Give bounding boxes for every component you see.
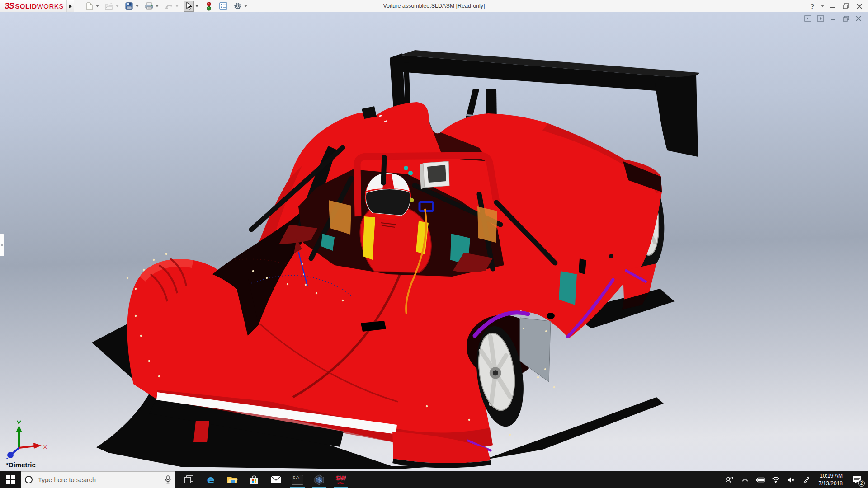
print-button[interactable] [144,1,154,12]
open-folder-icon [105,3,113,10]
speaker-icon [787,477,795,483]
options-gear-button[interactable] [233,1,243,12]
undo-caret[interactable] [175,1,179,12]
new-document-button[interactable] [85,1,94,12]
task-view-button[interactable] [178,471,200,488]
help-label: ? [811,3,815,10]
doc-minimize-icon [830,16,836,21]
pane-right-icon [817,15,824,22]
mirror-box[interactable] [420,161,449,189]
save-caret[interactable] [135,1,140,12]
doc-close-button[interactable] [854,15,863,22]
action-center-button[interactable]: 2 [848,471,866,488]
people-button[interactable] [723,471,736,488]
properties-list-icon [219,2,227,10]
open-caret[interactable] [115,1,120,12]
undo-arrow-icon [165,3,173,9]
solidworks-2017-icon: SW 2017 [336,475,346,484]
3d-viewer-hexagon-icon [314,474,325,485]
taskbar-command-prompt[interactable]: C:\_ [287,471,308,488]
taskbar-file-explorer[interactable] [222,471,243,488]
tray-overflow-button[interactable] [738,471,752,488]
quick-toolbar [85,0,248,12]
doc-restore-button[interactable] [842,15,850,22]
taskbar-search[interactable] [21,471,175,488]
store-icon [250,475,259,484]
undo-button[interactable] [164,1,174,12]
people-icon [725,476,734,483]
restore-icon [843,3,849,9]
play-arrow-icon [68,4,72,9]
title-bar: ЗS SOLIDWORKS [0,0,868,12]
help-button[interactable]: ? [807,1,818,12]
clock-time: 10:19 AM [820,472,843,479]
file-explorer-icon [227,475,238,484]
car-model-canvas[interactable] [0,12,868,471]
battery-button[interactable] [754,471,767,488]
model-viewport[interactable]: Y X *Dimetric [0,12,868,471]
print-caret[interactable] [155,1,160,12]
helmet-visor [366,189,410,216]
view-stoplight-button[interactable] [204,1,214,12]
minimize-icon [830,4,835,9]
pane-left-icon [804,15,811,22]
select-cursor-button[interactable] [184,1,194,12]
doc-minimize-button[interactable] [829,15,837,22]
minimize-button[interactable] [826,1,838,12]
document-window-controls [804,15,863,22]
volume-button[interactable] [784,471,798,488]
taskbar-3d-viewer[interactable] [308,471,330,488]
taskbar-mail[interactable] [265,471,287,488]
options-caret[interactable] [244,1,248,12]
solidworks-3ds-mark-icon: ЗS [5,1,14,11]
gray-panel [520,318,551,382]
taskbar-edge[interactable]: e [200,471,222,488]
restore-button[interactable] [840,1,852,12]
window-controls: ? [807,0,865,12]
solidworks-logo[interactable]: ЗS SOLIDWORKS [0,0,66,12]
task-view-icon [184,475,193,484]
triad-y-label: Y [17,420,20,425]
close-icon [857,4,862,9]
feature-manager-collapsed-tab[interactable] [0,234,4,256]
select-cursor-icon [186,2,192,10]
taskbar-store[interactable] [243,471,265,488]
properties-list-button[interactable] [218,1,228,12]
cortana-icon[interactable] [25,476,33,483]
doc-close-icon [856,16,861,21]
system-tray: 10:19 AM 7/13/2018 2 [723,471,868,488]
search-input[interactable] [37,476,160,484]
edge-icon: e [207,473,215,486]
doc-restore-icon [843,16,849,22]
menu-flyout-arrow[interactable] [66,0,74,12]
command-prompt-icon: C:\_ [292,475,303,485]
clock-date: 7/13/2018 [819,480,843,487]
close-button[interactable] [854,1,865,12]
orientation-triad: Y X [4,420,49,459]
select-caret[interactable] [195,1,199,12]
print-icon [145,2,153,10]
start-button[interactable] [0,471,21,488]
chevron-up-icon [742,478,748,482]
help-caret[interactable] [820,1,825,12]
pen-icon [803,476,810,483]
save-floppy-icon [125,2,133,10]
solidworks-screen: ЗS SOLIDWORKS [0,0,868,488]
sw-year: 2017 [337,481,344,484]
pen-button[interactable] [800,471,813,488]
pane-right-button[interactable] [816,15,825,22]
new-document-icon [86,2,93,10]
new-document-caret[interactable] [95,1,100,12]
wifi-icon [772,477,780,483]
microphone-icon[interactable] [165,475,171,484]
tab-grip-dot [1,244,3,246]
taskbar-solidworks[interactable]: SW 2017 [330,471,352,488]
network-button[interactable] [769,471,783,488]
save-button[interactable] [124,1,134,12]
pane-left-button[interactable] [804,15,812,22]
sw-letters: SW [336,475,346,481]
open-button[interactable] [104,1,114,12]
gear-icon [233,2,242,10]
taskbar-clock[interactable]: 10:19 AM 7/13/2018 [815,472,846,487]
battery-icon [755,477,765,483]
